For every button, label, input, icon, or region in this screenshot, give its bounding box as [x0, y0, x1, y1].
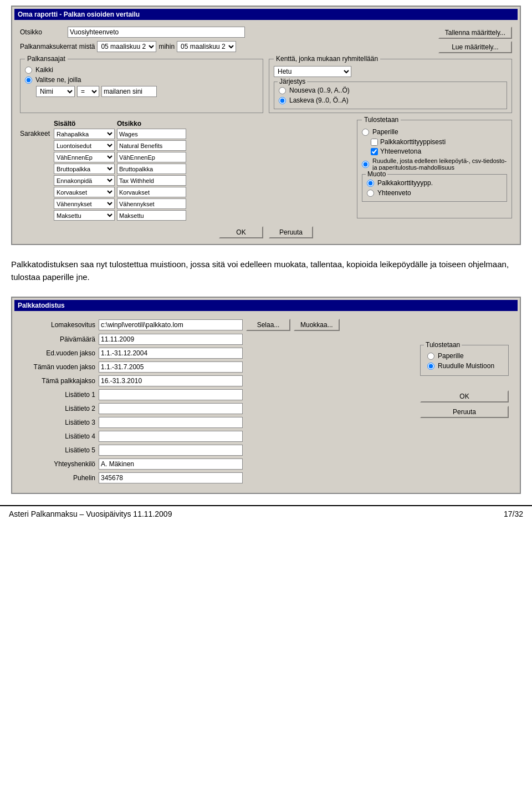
mihin-label: mihin: [158, 43, 175, 50]
filter-op-select[interactable]: =: [77, 86, 99, 97]
otsikko-input-3[interactable]: [117, 164, 186, 174]
yhteyshenkilö-input[interactable]: [99, 458, 243, 470]
d2-paperille-label: Paperille: [438, 352, 464, 360]
taman-vuoden-jakso-input[interactable]: [99, 361, 243, 373]
sisalto-select-6[interactable]: Vähennykset: [54, 198, 115, 209]
puhelin-input[interactable]: [99, 472, 243, 483]
sisalto-select-1[interactable]: Luontoisedut: [54, 140, 115, 151]
palkkakorttityyppi-label: Palkkakorttityyypp.: [377, 179, 433, 187]
d2-paperille-radio[interactable]: [427, 353, 434, 360]
laskeva-radio[interactable]: [279, 97, 286, 104]
muokkaa-button[interactable]: Muokkaa...: [294, 319, 340, 331]
sisalto-select-2[interactable]: VähEnnenEp: [54, 152, 115, 162]
table-row: Bruttopalkka: [54, 164, 352, 174]
dialog2-titlebar: Palkkatodistus: [14, 300, 518, 311]
tallenna-button[interactable]: Tallenna määrittely...: [438, 27, 512, 39]
kentta-select[interactable]: Hetu: [274, 66, 351, 77]
d2-ruudulle-radio[interactable]: [427, 363, 434, 370]
otsikko-label: Otsikko: [20, 28, 64, 36]
lisatieto4-input[interactable]: [99, 431, 243, 442]
lue-button[interactable]: Lue määrittely...: [438, 41, 512, 53]
nouseva-label: Nouseva (0..9, A..Ö): [289, 86, 350, 94]
sisalto-select-4[interactable]: Ennakonpidä: [54, 175, 115, 186]
yhteyshenkilö-label: Yhteyshenkilö: [23, 460, 95, 468]
otsikko-input-2[interactable]: [117, 152, 186, 162]
laskeva-label: Laskeva (9..0, Ö..A): [289, 96, 349, 104]
selaa-button[interactable]: Selaa...: [246, 319, 290, 331]
muoto-title: Muoto: [366, 170, 387, 178]
palkkakorttityyppisesti-checkbox[interactable]: [371, 139, 378, 146]
kaikki-label: Kaikki: [35, 66, 53, 74]
lisatieto2-input[interactable]: [99, 403, 243, 414]
mista-label: mistä: [79, 43, 95, 50]
puhelin-label: Puhelin: [23, 474, 95, 482]
ruudulle-radio[interactable]: [362, 161, 369, 168]
peruuta-button[interactable]: Peruuta: [269, 226, 313, 238]
d2-ruudulle-label: Ruudulle Muistioon: [438, 362, 494, 370]
kaikki-radio[interactable]: [25, 67, 32, 74]
dialog1: Oma raportti - Palkan osioiden vertailu …: [11, 6, 521, 245]
pmk-label: Palkanmaksukerrat: [20, 43, 77, 50]
ed-vuoden-jakso-label: Ed.vuoden jakso: [23, 349, 95, 357]
otsikko-header: Otsikko: [117, 120, 189, 128]
lisatieto5-label: Lisätieto 5: [23, 446, 95, 454]
ed-vuoden-jakso-input[interactable]: [99, 348, 243, 359]
table-row: Ennakonpidä: [54, 175, 352, 186]
table-row: Rahapalkka: [54, 129, 352, 139]
sarakkeet-label: Sarakkeet: [20, 130, 50, 137]
lomakesovitus-input[interactable]: [99, 319, 243, 330]
yhteenveto-label: Yhteenveto: [377, 189, 411, 197]
lisatieto3-label: Lisätieto 3: [23, 419, 95, 426]
filter-value-input[interactable]: [101, 86, 157, 97]
valitse-label: Valitse ne, joilla: [35, 76, 81, 84]
sisalto-select-5[interactable]: Korvaukset: [54, 187, 115, 197]
dialog2-title: Palkkatodistus: [18, 302, 65, 309]
tama-palkkajakso-input[interactable]: [99, 375, 243, 386]
sisalto-select-0[interactable]: Rahapalkka: [54, 129, 115, 139]
otsikko-input[interactable]: [68, 27, 245, 38]
lisatieto5-input[interactable]: [99, 445, 243, 456]
lisatieto1-label: Lisätieto 1: [23, 391, 95, 399]
dialog2: Palkkatodistus Lomakesovitus Selaa... Mu…: [11, 297, 521, 494]
kentta-title: Kenttä, jonka mukaan ryhmitellään: [274, 55, 380, 63]
otsikko-input-4[interactable]: [117, 175, 186, 186]
d2-peruuta-button[interactable]: Peruuta: [420, 406, 509, 418]
otsikko-input-0[interactable]: [117, 129, 186, 139]
dialog1-title: Oma raportti - Palkan osioiden vertailu: [18, 11, 140, 18]
lisatieto3-input[interactable]: [99, 417, 243, 428]
tulostetaan-title: Tulostetaan: [362, 116, 401, 124]
filter-field-select[interactable]: Nimi: [36, 86, 75, 97]
otsikko-input-6[interactable]: [117, 198, 186, 209]
page-footer: Asteri Palkanmaksu – Vuosipäivitys 11.11…: [0, 505, 532, 522]
sisalto-select-7[interactable]: Maksettu: [54, 210, 115, 221]
sisalto-select-3[interactable]: Bruttopalkka: [54, 164, 115, 174]
footer-left: Asteri Palkanmaksu – Vuosipäivitys 11.11…: [9, 510, 172, 518]
mista-select[interactable]: 05 maaliskuu 2: [97, 41, 156, 52]
middle-paragraph: Palkkatodistuksen saa nyt tulostettua mu…: [11, 258, 521, 283]
paivamäärä-input[interactable]: [99, 334, 243, 345]
table-row: Vähennykset: [54, 198, 352, 209]
otsikko-input-7[interactable]: [117, 210, 186, 221]
otsikko-input-1[interactable]: [117, 140, 186, 151]
palkansaajat-title: Palkansaajat: [25, 55, 68, 63]
footer-right: 17/32: [504, 510, 523, 518]
otsikko-input-5[interactable]: [117, 187, 186, 197]
paivamäärä-label: Päivämäärä: [23, 335, 95, 343]
yhteenvetona-label: Yhteenvetona: [380, 147, 421, 155]
dialog1-titlebar: Oma raportti - Palkan osioiden vertailu: [14, 9, 518, 20]
nouseva-radio[interactable]: [279, 87, 286, 94]
yhteenvetona-checkbox[interactable]: [371, 148, 378, 155]
table-row: Maksettu: [54, 210, 352, 221]
table-row: VähEnnenEp: [54, 152, 352, 162]
lisatieto4-label: Lisätieto 4: [23, 432, 95, 440]
jarjestys-title: Järjestys: [278, 78, 307, 85]
mihin-select[interactable]: 05 maaliskuu 2: [177, 41, 236, 52]
yhteenveto-radio[interactable]: [367, 190, 374, 197]
palkkakorttityyppi-radio[interactable]: [367, 180, 374, 187]
paperille-radio[interactable]: [362, 129, 369, 136]
d2-ok-button[interactable]: OK: [420, 390, 509, 402]
lisatieto1-input[interactable]: [99, 389, 243, 400]
valitse-radio[interactable]: [25, 77, 32, 84]
ruudulle-label: Ruudulle, josta edelleen leikepöytä-, cs…: [372, 157, 507, 171]
ok-button[interactable]: OK: [219, 226, 263, 238]
